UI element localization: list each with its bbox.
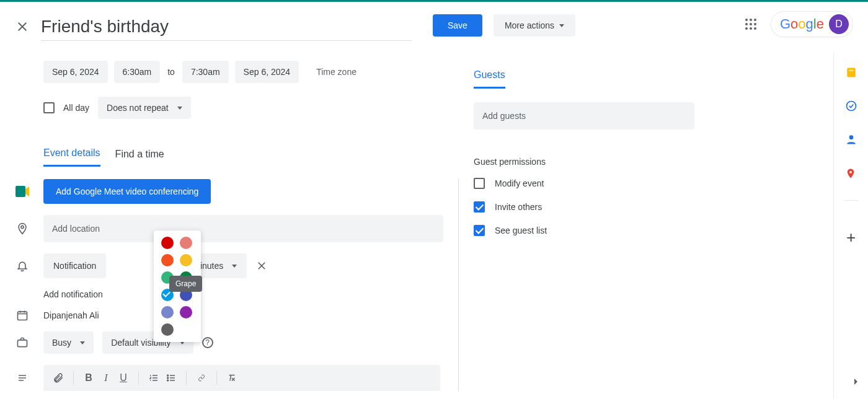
toolbar-separator bbox=[138, 371, 139, 385]
color-tooltip: Grape bbox=[169, 276, 202, 292]
svg-point-7 bbox=[750, 27, 752, 30]
see-guest-list-checkbox[interactable] bbox=[474, 225, 485, 236]
to-label: to bbox=[166, 67, 176, 77]
close-icon[interactable] bbox=[15, 19, 30, 34]
event-title-input[interactable] bbox=[41, 13, 412, 40]
notification-type-select[interactable]: Notification bbox=[43, 253, 106, 278]
svg-rect-12 bbox=[18, 312, 27, 320]
color-swatch-graphite[interactable] bbox=[161, 323, 174, 336]
briefcase-icon bbox=[15, 335, 30, 350]
svg-rect-18 bbox=[849, 70, 853, 71]
svg-point-11 bbox=[21, 226, 24, 228]
caret-down-icon bbox=[177, 107, 182, 110]
start-date-chip[interactable]: Sep 6, 2024 bbox=[43, 61, 108, 83]
color-swatch-lavender[interactable] bbox=[161, 306, 174, 318]
svg-marker-10 bbox=[25, 186, 29, 196]
end-date-chip[interactable]: Sep 6, 2024 bbox=[235, 61, 299, 83]
repeat-label: Does not repeat bbox=[107, 103, 169, 113]
underline-icon[interactable]: U bbox=[117, 372, 130, 384]
contacts-icon[interactable] bbox=[845, 133, 857, 146]
attach-icon[interactable] bbox=[52, 372, 64, 384]
numbered-list-icon[interactable] bbox=[148, 372, 160, 384]
keep-icon[interactable] bbox=[845, 66, 857, 79]
toolbar-separator bbox=[186, 371, 187, 385]
location-icon bbox=[15, 221, 30, 236]
svg-point-21 bbox=[849, 171, 852, 173]
tasks-icon[interactable] bbox=[845, 100, 857, 112]
svg-rect-13 bbox=[18, 340, 27, 347]
caret-down-icon bbox=[232, 265, 237, 268]
tab-find-a-time[interactable]: Find a time bbox=[115, 149, 164, 166]
clear-formatting-icon[interactable] bbox=[226, 372, 238, 384]
link-icon[interactable] bbox=[195, 372, 208, 384]
repeat-select[interactable]: Does not repeat bbox=[98, 97, 191, 119]
svg-point-5 bbox=[754, 23, 756, 25]
color-swatch-grape[interactable] bbox=[180, 306, 192, 318]
description-icon bbox=[15, 370, 30, 385]
help-icon[interactable]: ? bbox=[202, 337, 213, 348]
google-logo: Google bbox=[780, 16, 824, 32]
color-swatch-flamingo[interactable] bbox=[180, 237, 192, 249]
add-meet-button[interactable]: Add Google Meet video conferencing bbox=[43, 179, 211, 204]
more-actions-label: More actions bbox=[505, 20, 554, 30]
organizer-label: Dipanjenah Ali bbox=[43, 310, 99, 320]
color-swatch-tangerine[interactable] bbox=[161, 254, 174, 266]
apps-grid-icon[interactable] bbox=[743, 17, 758, 32]
toolbar-separator bbox=[216, 371, 217, 385]
tab-guests[interactable]: Guests bbox=[474, 69, 505, 89]
svg-point-1 bbox=[750, 19, 752, 21]
toolbar-separator bbox=[73, 371, 74, 385]
bold-icon[interactable]: B bbox=[82, 372, 95, 384]
calendar-icon bbox=[15, 308, 30, 323]
add-notification-link[interactable]: Add notification bbox=[43, 289, 103, 299]
caret-down-icon bbox=[80, 341, 85, 344]
svg-point-0 bbox=[745, 19, 748, 21]
color-swatch-tomato[interactable] bbox=[161, 237, 174, 249]
svg-point-16 bbox=[167, 380, 169, 381]
add-addon-icon[interactable]: + bbox=[846, 228, 856, 247]
svg-point-20 bbox=[849, 135, 853, 139]
availability-select[interactable]: Busy bbox=[43, 331, 94, 354]
bulleted-list-icon[interactable] bbox=[165, 372, 177, 384]
modify-event-checkbox[interactable] bbox=[474, 178, 485, 189]
tab-event-details[interactable]: Event details bbox=[43, 147, 100, 167]
availability-label: Busy bbox=[52, 338, 71, 348]
side-panel: + bbox=[833, 53, 868, 399]
see-guest-list-label: See guest list bbox=[495, 226, 547, 235]
add-guests-input[interactable] bbox=[474, 102, 694, 129]
timezone-link[interactable]: Time zone bbox=[316, 67, 356, 77]
color-swatch-banana[interactable] bbox=[180, 254, 192, 266]
caret-down-icon bbox=[559, 24, 564, 27]
svg-point-3 bbox=[745, 23, 748, 25]
start-time-chip[interactable]: 6:30am bbox=[114, 61, 161, 83]
svg-point-19 bbox=[846, 102, 856, 111]
svg-point-2 bbox=[754, 19, 756, 21]
svg-rect-17 bbox=[847, 68, 855, 77]
end-time-chip[interactable]: 7:30am bbox=[182, 61, 229, 83]
account-badge[interactable]: Google D bbox=[771, 11, 853, 37]
side-panel-toggle-icon[interactable] bbox=[848, 374, 863, 389]
svg-point-8 bbox=[754, 27, 756, 30]
modify-event-label: Modify event bbox=[495, 178, 544, 188]
all-day-label: All day bbox=[63, 103, 89, 113]
italic-icon[interactable]: I bbox=[100, 372, 112, 384]
svg-point-14 bbox=[167, 375, 169, 376]
description-toolbar: B I U bbox=[43, 365, 440, 391]
avatar[interactable]: D bbox=[829, 14, 849, 34]
remove-notification-icon[interactable] bbox=[255, 260, 268, 272]
meet-icon bbox=[15, 184, 30, 199]
all-day-checkbox[interactable] bbox=[43, 102, 55, 113]
invite-others-checkbox[interactable] bbox=[474, 201, 485, 213]
save-button[interactable]: Save bbox=[433, 14, 482, 37]
location-input[interactable] bbox=[43, 215, 443, 242]
more-actions-button[interactable]: More actions bbox=[494, 14, 575, 37]
invite-others-label: Invite others bbox=[495, 202, 542, 212]
svg-point-15 bbox=[167, 377, 169, 379]
svg-rect-9 bbox=[16, 186, 25, 197]
svg-point-6 bbox=[745, 27, 748, 30]
bell-icon bbox=[15, 258, 30, 273]
maps-icon[interactable] bbox=[845, 167, 857, 179]
guest-permissions-title: Guest permissions bbox=[474, 157, 694, 167]
svg-point-4 bbox=[750, 23, 752, 25]
